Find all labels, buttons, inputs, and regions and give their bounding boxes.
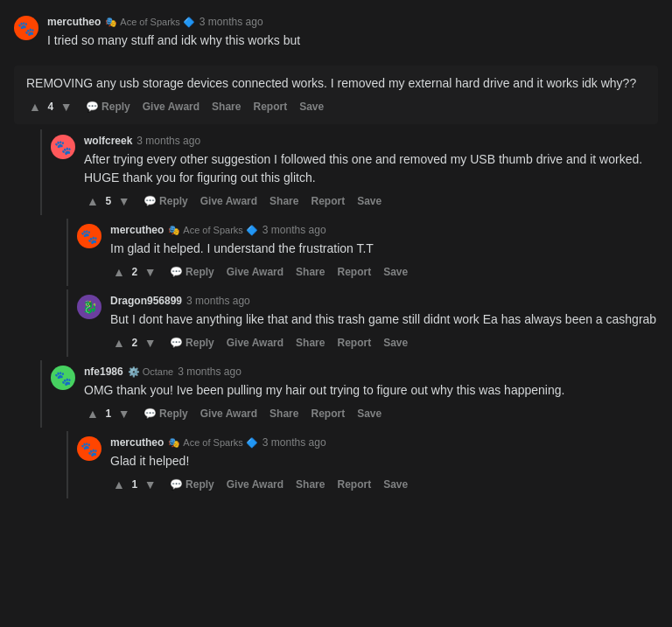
share-button[interactable]: Share: [264, 193, 304, 209]
reply-button[interactable]: 💬 Reply: [164, 264, 220, 280]
share-button[interactable]: Share: [290, 335, 330, 351]
username: wolfcreek: [84, 135, 132, 147]
comment-body: mercutheo 🎭 Ace of Sparks 🔷 3 months ago…: [110, 224, 658, 281]
comment-text: After trying every other suggestion I fo…: [84, 150, 658, 187]
vote-count: 5: [105, 195, 112, 207]
comment-mercutheo-reply2: 🐾 mercutheo 🎭 Ace of Sparks 🔷 3 months a…: [66, 431, 658, 498]
comment-header: Dragon956899 3 months ago: [110, 295, 658, 307]
save-button[interactable]: Save: [378, 264, 413, 280]
save-button[interactable]: Save: [352, 193, 387, 209]
avatar: 🐾: [51, 135, 75, 159]
comment-text: Im glad it helped. I understand the frus…: [110, 240, 658, 258]
share-button[interactable]: Share: [290, 264, 330, 280]
give-award-button[interactable]: Give Award: [221, 335, 289, 351]
reply-button[interactable]: 💬 Reply: [138, 406, 193, 421]
comment-header: mercutheo 🎭 Ace of Sparks 🔷 3 months ago: [47, 16, 658, 28]
flair-icon: 🎭: [105, 17, 117, 28]
comment-text: OMG thank you! Ive been pulling my hair …: [84, 381, 658, 400]
report-button[interactable]: Report: [332, 335, 376, 351]
comment-mercutheo-reply1: 🐾 mercutheo 🎭 Ace of Sparks 🔷 3 months a…: [66, 219, 658, 286]
avatar: 🐾: [77, 224, 102, 248]
share-button[interactable]: Share: [264, 406, 304, 421]
save-button[interactable]: Save: [378, 477, 413, 492]
downvote-button[interactable]: ▼: [142, 263, 159, 281]
save-button[interactable]: Save: [378, 335, 413, 351]
reply-button[interactable]: 💬 Reply: [164, 477, 220, 492]
vote-section: ▲ 1 ▼: [110, 476, 159, 493]
action-bar: ▲ 2 ▼ 💬 Reply Give Award Share Report Sa…: [110, 263, 658, 281]
timestamp: 3 months ago: [262, 224, 326, 236]
upvote-button[interactable]: ▲: [110, 263, 128, 281]
comment-wolfcreek: 🐾 wolfcreek 3 months ago After trying ev…: [40, 129, 658, 215]
comment-text: But I dont have anything like that and t…: [110, 310, 658, 329]
avatar: 🐾: [77, 436, 102, 461]
action-bar: ▲ 2 ▼ 💬 Reply Give Award Share Report Sa…: [110, 334, 658, 352]
report-button[interactable]: Report: [332, 264, 376, 280]
username: mercutheo: [47, 16, 101, 28]
timestamp: 3 months ago: [136, 135, 200, 147]
timestamp: 3 months ago: [178, 366, 242, 378]
share-button[interactable]: Share: [290, 477, 330, 492]
give-award-button[interactable]: Give Award: [221, 264, 289, 280]
give-award-button[interactable]: Give Award: [195, 406, 262, 421]
downvote-button[interactable]: ▼: [142, 334, 159, 352]
report-button[interactable]: Report: [305, 193, 350, 209]
user-flair: 🎭 Ace of Sparks 🔷: [168, 437, 257, 449]
upvote-button[interactable]: ▲: [84, 192, 102, 210]
reply-button[interactable]: 💬 Reply: [80, 99, 136, 115]
downvote-button[interactable]: ▼: [116, 192, 133, 210]
flair-icon2: 🔷: [246, 437, 258, 449]
give-award-button[interactable]: Give Award: [195, 193, 262, 209]
report-button[interactable]: Report: [305, 406, 350, 421]
give-award-button[interactable]: Give Award: [137, 99, 205, 115]
vote-count: 1: [131, 478, 138, 491]
flair-icon2: 🔷: [183, 17, 195, 28]
user-flair: ⚙️ Octane: [128, 366, 173, 378]
downvote-button[interactable]: ▼: [58, 98, 75, 115]
report-button[interactable]: Report: [248, 99, 292, 115]
comment-header: mercutheo 🎭 Ace of Sparks 🔷 3 months ago: [110, 436, 658, 449]
timestamp: 3 months ago: [262, 436, 326, 449]
report-button[interactable]: Report: [332, 477, 376, 492]
main-content-block: REMOVING any usb storage devices connect…: [14, 66, 658, 124]
flair-icon: 🎭: [168, 437, 180, 449]
vote-section: ▲ 4 ▼: [26, 98, 75, 115]
comment-header: wolfcreek 3 months ago: [84, 135, 658, 147]
comment-body: mercutheo 🎭 Ace of Sparks 🔷 3 months ago…: [110, 436, 658, 493]
avatar: 🐾: [14, 16, 38, 40]
flair-icon: ⚙️: [128, 366, 140, 378]
downvote-button[interactable]: ▼: [142, 476, 159, 493]
timestamp: 3 months ago: [186, 295, 250, 307]
comment-body: mercutheo 🎭 Ace of Sparks 🔷 3 months ago…: [47, 16, 658, 55]
vote-count: 2: [131, 266, 138, 278]
avatar: 🐾: [51, 366, 75, 390]
reply-button[interactable]: 💬 Reply: [138, 193, 193, 209]
comment-body: wolfcreek 3 months ago After trying ever…: [84, 135, 658, 210]
save-button[interactable]: Save: [352, 406, 387, 421]
comment-header: nfe1986 ⚙️ Octane 3 months ago: [84, 366, 658, 378]
username: mercutheo: [110, 436, 164, 449]
comment-body: nfe1986 ⚙️ Octane 3 months ago OMG thank…: [84, 366, 658, 422]
vote-section: ▲ 1 ▼: [84, 405, 133, 422]
comment-body: Dragon956899 3 months ago But I dont hav…: [110, 295, 658, 352]
username: Dragon956899: [110, 295, 182, 307]
upvote-button[interactable]: ▲: [110, 476, 128, 493]
action-bar: ▲ 4 ▼ 💬 Reply Give Award Share Report Sa…: [26, 98, 646, 115]
action-bar: ▲ 1 ▼ 💬 Reply Give Award Share Report Sa…: [84, 405, 658, 422]
share-button[interactable]: Share: [206, 99, 246, 115]
upvote-button[interactable]: ▲: [84, 405, 102, 422]
vote-section: ▲ 2 ▼: [110, 334, 159, 352]
reply-button[interactable]: 💬 Reply: [164, 335, 220, 351]
action-bar: ▲ 5 ▼ 💬 Reply Give Award Share Report Sa…: [84, 192, 658, 210]
main-post-text: REMOVING any usb storage devices connect…: [26, 74, 646, 93]
downvote-button[interactable]: ▼: [116, 405, 133, 422]
save-button[interactable]: Save: [294, 99, 329, 115]
give-award-button[interactable]: Give Award: [221, 477, 289, 492]
vote-count: 2: [131, 337, 138, 349]
user-flair: 🎭 Ace of Sparks 🔷: [105, 17, 194, 28]
vote-section: ▲ 5 ▼: [84, 192, 133, 210]
upvote-button[interactable]: ▲: [110, 334, 128, 352]
upvote-button[interactable]: ▲: [26, 98, 44, 115]
comment-header: mercutheo 🎭 Ace of Sparks 🔷 3 months ago: [110, 224, 658, 236]
avatar: 🐉: [77, 295, 102, 319]
